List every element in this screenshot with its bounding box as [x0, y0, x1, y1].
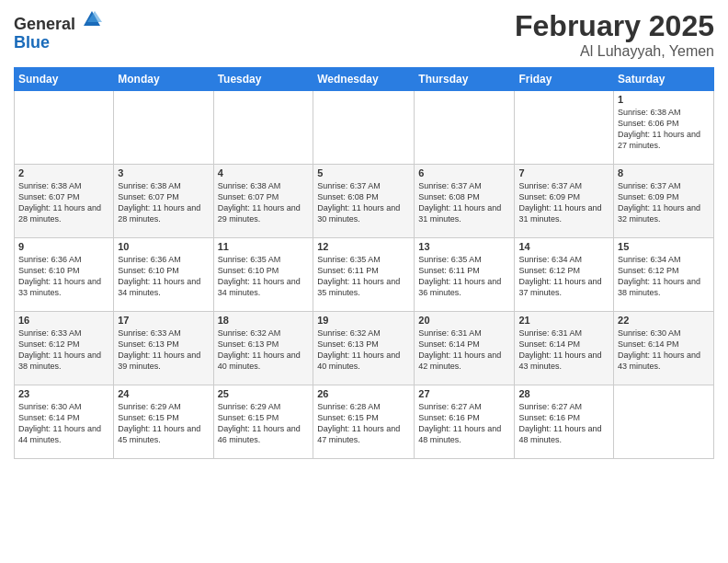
day-number: 1 [618, 94, 710, 105]
logo: General Blue [14, 9, 102, 52]
calendar-day-header: Thursday [415, 68, 515, 91]
calendar-cell: 19Sunrise: 6:32 AM Sunset: 6:13 PM Dayli… [313, 312, 415, 385]
logo-icon [82, 9, 102, 29]
calendar-day-header: Friday [515, 68, 614, 91]
calendar-cell: 28Sunrise: 6:27 AM Sunset: 6:16 PM Dayli… [515, 385, 614, 459]
day-info: Sunrise: 6:37 AM Sunset: 6:08 PM Dayligh… [418, 180, 510, 225]
day-info: Sunrise: 6:27 AM Sunset: 6:16 PM Dayligh… [418, 401, 510, 446]
calendar-cell: 18Sunrise: 6:32 AM Sunset: 6:13 PM Dayli… [213, 312, 313, 385]
calendar-cell [313, 91, 415, 165]
day-number: 5 [317, 167, 410, 178]
day-info: Sunrise: 6:29 AM Sunset: 6:15 PM Dayligh… [118, 401, 209, 446]
calendar-cell: 20Sunrise: 6:31 AM Sunset: 6:14 PM Dayli… [415, 312, 515, 385]
calendar-day-header: Tuesday [213, 68, 313, 91]
day-info: Sunrise: 6:28 AM Sunset: 6:15 PM Dayligh… [317, 401, 410, 446]
day-info: Sunrise: 6:32 AM Sunset: 6:13 PM Dayligh… [317, 327, 410, 373]
calendar-cell: 2Sunrise: 6:38 AM Sunset: 6:07 PM Daylig… [15, 165, 114, 238]
day-number: 12 [317, 241, 410, 252]
day-info: Sunrise: 6:35 AM Sunset: 6:11 PM Dayligh… [418, 254, 510, 299]
calendar-cell: 27Sunrise: 6:27 AM Sunset: 6:16 PM Dayli… [415, 385, 515, 459]
calendar-cell: 22Sunrise: 6:30 AM Sunset: 6:14 PM Dayli… [614, 312, 714, 385]
day-number: 3 [118, 167, 209, 178]
calendar-cell [614, 385, 714, 459]
day-number: 6 [418, 167, 510, 178]
day-info: Sunrise: 6:33 AM Sunset: 6:12 PM Dayligh… [18, 327, 109, 373]
calendar-cell: 15Sunrise: 6:34 AM Sunset: 6:12 PM Dayli… [614, 238, 714, 312]
calendar-cell [15, 91, 114, 165]
day-number: 18 [218, 315, 310, 326]
calendar-day-header: Monday [114, 68, 213, 91]
day-number: 14 [518, 241, 609, 252]
calendar-week-row: 9Sunrise: 6:36 AM Sunset: 6:10 PM Daylig… [15, 238, 714, 312]
calendar-day-header: Wednesday [313, 68, 415, 91]
day-info: Sunrise: 6:37 AM Sunset: 6:09 PM Dayligh… [518, 180, 609, 225]
calendar-cell [515, 91, 614, 165]
day-info: Sunrise: 6:38 AM Sunset: 6:07 PM Dayligh… [218, 180, 310, 225]
day-number: 28 [518, 388, 609, 399]
day-number: 17 [118, 315, 209, 326]
calendar-cell: 12Sunrise: 6:35 AM Sunset: 6:11 PM Dayli… [313, 238, 415, 312]
calendar-cell: 8Sunrise: 6:37 AM Sunset: 6:09 PM Daylig… [614, 165, 714, 238]
calendar-cell: 17Sunrise: 6:33 AM Sunset: 6:13 PM Dayli… [114, 312, 213, 385]
day-number: 13 [418, 241, 510, 252]
day-info: Sunrise: 6:34 AM Sunset: 6:12 PM Dayligh… [618, 254, 710, 299]
calendar-cell: 26Sunrise: 6:28 AM Sunset: 6:15 PM Dayli… [313, 385, 415, 459]
day-number: 26 [317, 388, 410, 399]
title-block: February 2025 Al Luhayyah, Yemen [515, 9, 714, 60]
calendar-cell [114, 91, 213, 165]
day-info: Sunrise: 6:33 AM Sunset: 6:13 PM Dayligh… [118, 327, 209, 373]
day-number: 16 [18, 315, 109, 326]
day-info: Sunrise: 6:36 AM Sunset: 6:10 PM Dayligh… [18, 254, 109, 299]
calendar-cell: 3Sunrise: 6:38 AM Sunset: 6:07 PM Daylig… [114, 165, 213, 238]
day-number: 9 [18, 241, 109, 252]
calendar-week-row: 1Sunrise: 6:38 AM Sunset: 6:06 PM Daylig… [15, 91, 714, 165]
day-number: 19 [317, 315, 410, 326]
calendar-cell: 7Sunrise: 6:37 AM Sunset: 6:09 PM Daylig… [515, 165, 614, 238]
day-number: 23 [18, 388, 109, 399]
day-info: Sunrise: 6:31 AM Sunset: 6:14 PM Dayligh… [418, 327, 510, 373]
calendar-cell: 16Sunrise: 6:33 AM Sunset: 6:12 PM Dayli… [15, 312, 114, 385]
calendar-week-row: 23Sunrise: 6:30 AM Sunset: 6:14 PM Dayli… [15, 385, 714, 459]
day-info: Sunrise: 6:38 AM Sunset: 6:07 PM Dayligh… [18, 180, 109, 225]
calendar-day-header: Saturday [614, 68, 714, 91]
day-info: Sunrise: 6:38 AM Sunset: 6:07 PM Dayligh… [118, 180, 209, 225]
logo-blue-text: Blue [14, 33, 50, 52]
location: Al Luhayyah, Yemen [515, 43, 714, 60]
day-number: 24 [118, 388, 209, 399]
calendar-week-row: 16Sunrise: 6:33 AM Sunset: 6:12 PM Dayli… [15, 312, 714, 385]
day-number: 15 [618, 241, 710, 252]
day-info: Sunrise: 6:27 AM Sunset: 6:16 PM Dayligh… [518, 401, 609, 446]
logo-general-text: General [14, 15, 75, 33]
day-number: 4 [218, 167, 310, 178]
day-info: Sunrise: 6:35 AM Sunset: 6:11 PM Dayligh… [317, 254, 410, 299]
day-number: 22 [618, 315, 710, 326]
calendar-cell: 23Sunrise: 6:30 AM Sunset: 6:14 PM Dayli… [15, 385, 114, 459]
day-number: 25 [218, 388, 310, 399]
day-number: 10 [118, 241, 209, 252]
day-info: Sunrise: 6:37 AM Sunset: 6:08 PM Dayligh… [317, 180, 410, 225]
calendar-cell: 14Sunrise: 6:34 AM Sunset: 6:12 PM Dayli… [515, 238, 614, 312]
day-info: Sunrise: 6:34 AM Sunset: 6:12 PM Dayligh… [518, 254, 609, 299]
day-number: 20 [418, 315, 510, 326]
calendar-cell: 24Sunrise: 6:29 AM Sunset: 6:15 PM Dayli… [114, 385, 213, 459]
day-info: Sunrise: 6:32 AM Sunset: 6:13 PM Dayligh… [218, 327, 310, 373]
calendar-cell: 10Sunrise: 6:36 AM Sunset: 6:10 PM Dayli… [114, 238, 213, 312]
day-info: Sunrise: 6:35 AM Sunset: 6:10 PM Dayligh… [218, 254, 310, 299]
day-number: 11 [218, 241, 310, 252]
calendar-cell: 21Sunrise: 6:31 AM Sunset: 6:14 PM Dayli… [515, 312, 614, 385]
calendar-cell: 4Sunrise: 6:38 AM Sunset: 6:07 PM Daylig… [213, 165, 313, 238]
calendar-cell [213, 91, 313, 165]
day-number: 2 [18, 167, 109, 178]
day-info: Sunrise: 6:38 AM Sunset: 6:06 PM Dayligh… [618, 107, 710, 152]
calendar-cell: 1Sunrise: 6:38 AM Sunset: 6:06 PM Daylig… [614, 91, 714, 165]
day-number: 27 [418, 388, 510, 399]
calendar-cell: 6Sunrise: 6:37 AM Sunset: 6:08 PM Daylig… [415, 165, 515, 238]
day-info: Sunrise: 6:31 AM Sunset: 6:14 PM Dayligh… [518, 327, 609, 373]
calendar-day-header: Sunday [15, 68, 114, 91]
page: General Blue February 2025 Al Luhayyah, … [0, 0, 728, 563]
calendar-cell: 9Sunrise: 6:36 AM Sunset: 6:10 PM Daylig… [15, 238, 114, 312]
day-number: 21 [518, 315, 609, 326]
month-title: February 2025 [515, 9, 714, 43]
header: General Blue February 2025 Al Luhayyah, … [14, 9, 714, 60]
calendar-cell [415, 91, 515, 165]
